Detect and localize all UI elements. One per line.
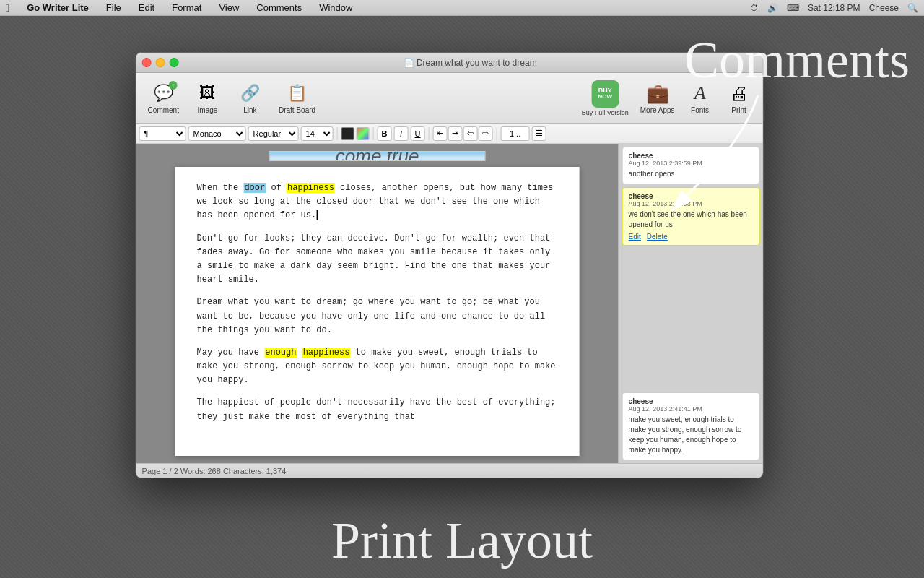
content-area: come true When the door of happiness clo… (136, 144, 763, 463)
comment-1-time: Aug 12, 2013 2:39:59 PM (629, 160, 754, 167)
formatbar: ¶ Normal Monaco Helvetica Regular Bold I… (136, 124, 763, 144)
comments-panel: cheese Aug 12, 2013 2:39:59 PM another o… (619, 144, 763, 463)
italic-button[interactable]: I (394, 126, 409, 141)
paragraph-3: Dream what you want to dream; go where y… (197, 296, 558, 337)
highlighted-happiness-1: happiness (287, 183, 335, 193)
menu-edit[interactable]: Edit (136, 2, 157, 13)
fonts-icon: A (689, 82, 712, 105)
draft-board-icon: 📋 (286, 82, 309, 105)
more-apps-icon: 💼 (646, 82, 669, 105)
menu-format[interactable]: Format (169, 2, 204, 13)
comment-3: cheese Aug 12, 2013 2:41:41 PM make you … (622, 392, 760, 460)
toolbar: 💬 + Comment 🖼 Image 🔗 Link 📋 Draft Board (136, 73, 763, 124)
app-name[interactable]: Go Writer Lite (24, 2, 92, 13)
document-image: come true (269, 151, 486, 161)
image-icon: 🖼 (196, 82, 219, 105)
buy-full-icon: BUY NOW (591, 80, 619, 108)
maximize-button[interactable] (170, 58, 179, 67)
comment-3-time: Aug 12, 2013 2:41:41 PM (629, 405, 754, 413)
link-button[interactable]: 🔗 Link (230, 79, 270, 117)
comment-2-edit[interactable]: Edit (629, 233, 641, 241)
fonts-button[interactable]: A Fonts (682, 79, 718, 117)
comment-label: Comment (148, 106, 179, 114)
menu-file[interactable]: File (103, 2, 124, 13)
menu-user: Cheese (869, 3, 899, 13)
highlighted-door: door (243, 183, 266, 193)
paragraph-4: May you have enough happiness to make yo… (197, 346, 558, 388)
print-button[interactable]: 🖨 Print (721, 79, 757, 117)
link-icon: 🔗 (238, 82, 261, 105)
titlebar: 📄 Dream what you want to dream (136, 53, 763, 73)
highlighted-enough: enough (264, 348, 297, 358)
title-icon: 📄 (404, 58, 414, 68)
bold-button[interactable]: B (378, 126, 392, 141)
comment-2-delete[interactable]: Delete (647, 233, 668, 241)
menu-comments[interactable]: Comments (253, 2, 305, 13)
comment-2-author: cheese (629, 192, 754, 200)
comment-3-text: make you sweet, enough trials to make yo… (629, 415, 754, 455)
more-apps-label: More Apps (640, 106, 675, 114)
comment-2: cheese Aug 12, 2013 2:41:03 PM we don't … (622, 187, 760, 246)
close-button[interactable] (142, 58, 152, 67)
keyboard-icon: ⌨ (787, 3, 799, 13)
align-center-button[interactable]: ⇥ (448, 126, 463, 141)
highlighted-happiness-2: happiness (302, 348, 351, 358)
align-justify-button[interactable]: ⇨ (479, 126, 493, 141)
volume-icon: 🔊 (767, 3, 778, 13)
align-group: ⇤ ⇥ ⇦ ⇨ (433, 126, 493, 141)
comment-1-text: another opens (629, 169, 754, 179)
app-window: 📄 Dream what you want to dream 💬 + Comme… (136, 52, 764, 478)
menubar-right: ⏱ 🔊 ⌨ Sat 12:18 PM Cheese 🔍 (750, 3, 918, 13)
statusbar-text: Page 1 / 2 Words: 268 Characters: 1,374 (142, 467, 287, 475)
document-page[interactable]: When the door of happiness closes, anoth… (175, 167, 580, 456)
font-select[interactable]: Monaco Helvetica (188, 126, 246, 141)
link-label: Link (243, 106, 256, 114)
menu-window[interactable]: Window (316, 2, 355, 13)
text-cursor (316, 210, 318, 220)
comment-1-author: cheese (629, 152, 754, 160)
format-divider-1 (337, 127, 338, 140)
annotation-print-layout: Print Layout (331, 511, 593, 571)
window-title: 📄 Dream what you want to dream (183, 58, 757, 68)
toolbar-right: BUY NOW Buy Full Version 💼 More Apps A F… (578, 77, 757, 119)
paragraph-style-select[interactable]: ¶ Normal (139, 126, 186, 141)
comment-2-text: we don't see the one which has been open… (629, 210, 754, 230)
buy-full-button[interactable]: BUY NOW Buy Full Version (578, 77, 633, 119)
title-text: Dream what you want to dream (417, 58, 537, 68)
clock-icon: ⏱ (750, 3, 759, 13)
format-divider-4 (497, 127, 497, 140)
line-spacing-button[interactable]: 1... (501, 126, 530, 141)
align-right-button[interactable]: ⇦ (463, 126, 478, 141)
font-weight-select[interactable]: Regular Bold Italic (248, 126, 299, 141)
spotlight-icon[interactable]: 🔍 (907, 3, 918, 13)
image-text: come true (336, 151, 419, 161)
menu-time: Sat 12:18 PM (808, 3, 860, 13)
statusbar: Page 1 / 2 Words: 268 Characters: 1,374 (136, 463, 763, 478)
more-apps-button[interactable]: 💼 More Apps (636, 79, 679, 117)
draft-board-label: Draft Board (279, 106, 315, 114)
text-color-box[interactable] (341, 127, 354, 140)
image-button[interactable]: 🖼 Image (188, 79, 227, 117)
comment-2-time: Aug 12, 2013 2:41:03 PM (629, 200, 754, 207)
comment-1: cheese Aug 12, 2013 2:39:59 PM another o… (622, 147, 760, 184)
comment-icon: 💬 + (152, 82, 175, 105)
document-area[interactable]: come true When the door of happiness clo… (136, 144, 619, 463)
apple-menu[interactable]:  (6, 2, 9, 14)
comments-spacer (622, 249, 760, 389)
print-label: Print (731, 106, 746, 114)
list-button[interactable]: ☰ (532, 126, 546, 141)
underline-button[interactable]: U (411, 126, 425, 141)
draft-board-button[interactable]: 📋 Draft Board (273, 79, 321, 117)
comment-button[interactable]: 💬 + Comment (142, 79, 185, 117)
menubar:  Go Writer Lite File Edit Format View C… (0, 0, 924, 16)
comment-2-actions: Edit Delete (629, 233, 754, 241)
paragraph-5: The happiest of people don't necessarily… (197, 396, 558, 423)
buy-full-label: Buy Full Version (582, 109, 629, 116)
print-icon: 🖨 (728, 82, 751, 105)
fonts-label: Fonts (691, 106, 709, 114)
color-picker-icon[interactable] (357, 127, 370, 140)
menu-view[interactable]: View (216, 2, 242, 13)
align-left-button[interactable]: ⇤ (433, 126, 448, 141)
font-size-select[interactable]: 14 12 16 (301, 126, 334, 141)
minimize-button[interactable] (156, 58, 165, 67)
